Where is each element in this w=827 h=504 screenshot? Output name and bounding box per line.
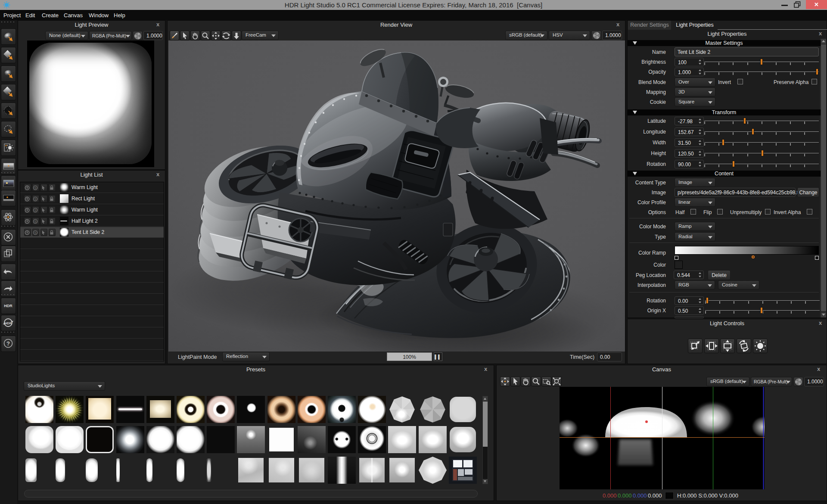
svg-text:HDR: HDR — [4, 304, 12, 308]
svg-text:?: ? — [6, 340, 10, 347]
svg-text:S: S — [34, 231, 36, 235]
svg-text:S: S — [34, 220, 36, 224]
svg-text:HDR: HDR — [5, 321, 12, 325]
svg-text:S: S — [34, 197, 36, 201]
svg-text:S: S — [34, 186, 36, 190]
svg-text:S: S — [34, 208, 36, 212]
